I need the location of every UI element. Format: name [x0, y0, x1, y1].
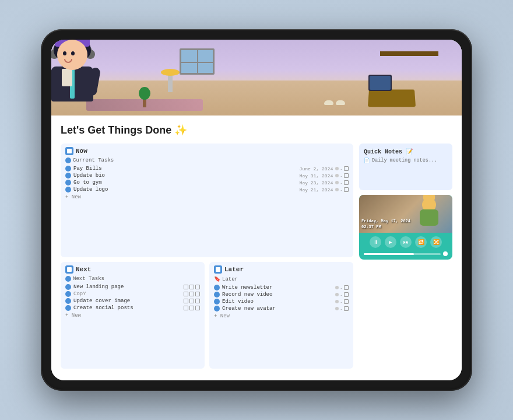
- task-bullet: [214, 306, 220, 312]
- now-subtitle-icon: [65, 158, 71, 163]
- skip-button[interactable]: ⏭: [400, 236, 412, 248]
- task-checkbox[interactable]: [344, 180, 349, 185]
- task-dot: [335, 174, 339, 177]
- now-icon: [65, 147, 73, 155]
- task-date: May 21, 2024: [300, 187, 333, 192]
- ac-character: [417, 198, 441, 230]
- task-bullet: [65, 180, 71, 186]
- task-controls: -: [335, 166, 349, 172]
- task-checkbox[interactable]: [184, 292, 188, 296]
- task-name: Update logo: [73, 187, 300, 192]
- task-name-copy: CopY: [73, 291, 184, 297]
- shelf-decoration: [380, 51, 438, 56]
- notes-text: Daily meeting notes...: [372, 158, 437, 163]
- task-checkbox[interactable]: [189, 285, 194, 289]
- task-controls: -: [335, 173, 349, 178]
- next-subtitle-icon: [65, 276, 71, 282]
- task-controls: [184, 306, 200, 310]
- pause-button[interactable]: ⏸: [370, 236, 381, 248]
- task-checkbox[interactable]: [189, 299, 194, 303]
- task-name: Edit video: [222, 299, 335, 304]
- task-dot: [335, 188, 339, 191]
- task-checkbox[interactable]: [195, 292, 200, 296]
- task-controls: -: [335, 299, 349, 304]
- shuffle-button[interactable]: 🔀: [430, 236, 442, 248]
- tablet-frame: A Let's Get Things Done ✨: [41, 29, 472, 391]
- progress-knob[interactable]: [443, 251, 448, 256]
- main-layout: Now Current Tasks Pay Bills June 2, 2024: [61, 144, 452, 369]
- ac-ear-right: [429, 195, 435, 201]
- avatar-eye-left: [63, 51, 66, 55]
- desk-decoration: [368, 90, 416, 107]
- task-bullet: [65, 298, 71, 304]
- task-checkbox[interactable]: [195, 306, 200, 310]
- plant-decoration: [139, 87, 150, 107]
- now-section-header: Now: [65, 147, 349, 155]
- task-name: Update bio: [73, 173, 300, 178]
- now-section: Now Current Tasks Pay Bills June 2, 2024: [61, 144, 353, 257]
- task-checkbox[interactable]: [189, 292, 194, 296]
- right-column: Quick Notes 📝 📄 Daily meeting notes...: [359, 144, 452, 369]
- table-row: Update cover image: [65, 298, 200, 304]
- task-controls: -: [335, 306, 349, 312]
- play-button[interactable]: ▶: [385, 236, 396, 248]
- bottom-row: Next Next Tasks New landing page: [61, 262, 353, 369]
- task-checkbox[interactable]: [344, 292, 349, 297]
- room-window-decoration: [180, 48, 215, 75]
- table-row: Record new video -: [214, 291, 349, 298]
- later-section-header: Later: [214, 265, 349, 274]
- task-checkbox[interactable]: [189, 306, 194, 310]
- task-bullet: [65, 291, 71, 297]
- tablet-screen: A Let's Get Things Done ✨: [51, 40, 462, 380]
- task-name: Create new avatar: [222, 306, 335, 312]
- avatar-eye-right: [71, 51, 75, 55]
- task-bullet: [65, 166, 71, 172]
- task-controls: [184, 285, 200, 289]
- later-title: Later: [224, 266, 244, 273]
- task-date: May 31, 2024: [300, 173, 333, 178]
- task-checkbox[interactable]: [344, 166, 349, 171]
- task-bullet: [214, 299, 220, 304]
- media-thumbnail: Friday, May 17, 2024 02:37 PM: [359, 195, 452, 233]
- repeat-button[interactable]: 🔁: [415, 236, 427, 248]
- task-checkbox[interactable]: [344, 285, 349, 290]
- notes-icon: 📄: [364, 158, 370, 164]
- task-checkbox[interactable]: [195, 285, 200, 289]
- next-subtitle: Next Tasks: [65, 276, 200, 282]
- monitor-decoration: [368, 75, 392, 91]
- next-icon: [65, 265, 73, 274]
- progress-track[interactable]: [364, 253, 441, 255]
- task-controls: -: [335, 187, 349, 192]
- shoes-decoration: [324, 100, 345, 105]
- task-checkbox[interactable]: [184, 299, 188, 303]
- task-checkbox[interactable]: [344, 173, 349, 178]
- task-checkbox[interactable]: [184, 306, 188, 310]
- task-checkbox[interactable]: [195, 299, 200, 303]
- task-checkbox[interactable]: [344, 299, 349, 304]
- table-row: CopY: [65, 290, 200, 298]
- table-row: New landing page: [65, 284, 200, 290]
- ac-ear-left: [423, 195, 429, 201]
- now-subtitle: Current Tasks: [65, 158, 349, 163]
- task-checkbox[interactable]: [344, 187, 349, 192]
- page-title-text: Let's Get Things Done ✨: [61, 124, 187, 136]
- task-name: New landing page: [73, 284, 184, 290]
- task-dot: [335, 307, 339, 310]
- table-row: Go to gym May 23, 2024 -: [65, 179, 349, 186]
- content-area: Let's Get Things Done ✨ Now: [51, 116, 462, 380]
- task-bullet: [65, 284, 71, 290]
- task-checkbox[interactable]: [344, 306, 349, 311]
- task-date: June 2, 2024: [300, 166, 333, 172]
- media-progress-bar: [359, 251, 452, 260]
- task-name: Record new video: [222, 292, 335, 298]
- task-checkbox[interactable]: [184, 285, 188, 289]
- next-section-header: Next: [65, 265, 200, 274]
- later-add-new[interactable]: + New: [214, 313, 349, 319]
- now-add-new[interactable]: + New: [65, 194, 349, 200]
- task-name: Pay Bills: [73, 166, 300, 172]
- progress-fill: [364, 253, 414, 255]
- task-dot: [335, 300, 339, 303]
- notes-title: Quick Notes 📝: [364, 148, 448, 155]
- task-name: Write newsletter: [222, 285, 335, 290]
- next-add-new[interactable]: + New: [65, 313, 200, 318]
